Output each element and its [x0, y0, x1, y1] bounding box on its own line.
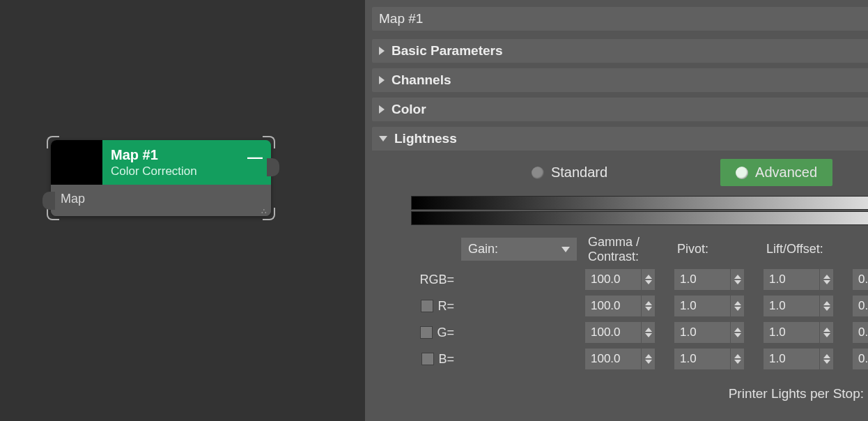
- column-lift-label: Lift/Offset:: [764, 242, 853, 257]
- spinner-down-icon[interactable]: [734, 280, 741, 284]
- gain-type-dropdown[interactable]: Gain:: [461, 238, 577, 261]
- column-gamma-label: Gamma / Contrast:: [585, 235, 674, 263]
- rollout-header-channels[interactable]: Channels: [372, 68, 868, 92]
- chevron-down-icon: [379, 136, 387, 141]
- spinner-down-icon[interactable]: [823, 307, 830, 311]
- rollout-basic-parameters: Basic Parameters: [372, 39, 868, 63]
- spinner-up-icon[interactable]: [823, 328, 830, 332]
- rollout-title: Basic Parameters: [392, 43, 503, 59]
- g-pivot-spinner[interactable]: 1.0: [764, 322, 833, 343]
- g-gain-spinner[interactable]: 100.0: [585, 322, 655, 343]
- gradient-preview-bottom: [411, 211, 868, 225]
- mode-standard-radio[interactable]: Standard: [516, 159, 623, 186]
- column-pivot-label: Pivot:: [674, 242, 764, 257]
- node-title: Map #1: [111, 147, 263, 163]
- g-lift-spinner[interactable]: 0.0: [853, 322, 868, 343]
- node-input-socket[interactable]: [42, 192, 55, 210]
- parameters-panel: Map #1 Basic Parameters Channels Color L…: [365, 0, 868, 421]
- r-label: R=: [437, 299, 454, 314]
- spinner-down-icon[interactable]: [645, 307, 652, 311]
- radio-icon: [532, 167, 544, 179]
- b-enable-checkbox[interactable]: [421, 353, 434, 365]
- mode-advanced-radio[interactable]: Advanced: [720, 159, 832, 186]
- rollout-color: Color: [372, 98, 868, 121]
- spinner-down-icon[interactable]: [645, 280, 652, 284]
- rollout-lightness: Lightness Standard Advanced: [372, 127, 868, 417]
- radio-icon: [736, 167, 748, 179]
- node-output-socket[interactable]: [267, 158, 271, 176]
- spinner-up-icon[interactable]: [645, 275, 652, 279]
- b-gamma-spinner[interactable]: 1.0: [674, 349, 744, 369]
- b-label: B=: [438, 352, 454, 367]
- rgb-lift-spinner[interactable]: 0.0: [853, 269, 868, 290]
- b-pivot-spinner[interactable]: 1.0: [764, 349, 833, 369]
- spinner-up-icon[interactable]: [645, 354, 652, 358]
- r-gain-spinner[interactable]: 100.0: [585, 296, 655, 316]
- gradient-preview-top: [411, 196, 868, 210]
- gain-dropdown-label: Gain:: [468, 242, 498, 257]
- r-pivot-spinner[interactable]: 1.0: [764, 296, 833, 316]
- spinner-up-icon[interactable]: [734, 275, 741, 279]
- lightness-body: Standard Advanced Gain: Gam: [372, 151, 868, 417]
- spinner-down-icon[interactable]: [734, 333, 741, 337]
- r-lift-spinner[interactable]: 0.0: [853, 296, 868, 316]
- panel-title: Map #1: [372, 7, 868, 31]
- rollout-title: Lightness: [394, 131, 457, 146]
- chevron-right-icon: [379, 76, 385, 84]
- chevron-right-icon: [379, 105, 385, 114]
- g-gamma-spinner[interactable]: 1.0: [674, 322, 744, 343]
- r-gamma-spinner[interactable]: 1.0: [674, 296, 744, 316]
- node-input-label: Map: [61, 192, 261, 206]
- rollout-header-lightness[interactable]: Lightness: [372, 127, 868, 151]
- b-gain-spinner[interactable]: 100.0: [585, 349, 655, 369]
- spinner-down-icon[interactable]: [645, 333, 652, 337]
- rgb-label: RGB=: [419, 273, 454, 287]
- spinner-down-icon[interactable]: [823, 360, 830, 364]
- spinner-down-icon[interactable]: [645, 360, 652, 364]
- rollout-header-basic[interactable]: Basic Parameters: [372, 39, 868, 63]
- rgb-row: RGB= 100.0 1.0 1.0 0.0: [411, 269, 868, 290]
- spinner-up-icon[interactable]: [823, 301, 830, 305]
- chevron-down-icon: [561, 247, 570, 252]
- spinner-up-icon[interactable]: [734, 301, 741, 305]
- material-node[interactable]: Map #1 Color Correction — Map ∴: [51, 140, 271, 216]
- printer-lights-label: Printer Lights per Stop:: [729, 386, 864, 401]
- mode-standard-label: Standard: [551, 164, 607, 181]
- node-collapse-button[interactable]: —: [247, 148, 263, 167]
- rollout-channels: Channels: [372, 68, 868, 92]
- rollout-title: Channels: [392, 72, 451, 88]
- node-header[interactable]: Map #1 Color Correction —: [51, 140, 271, 185]
- mode-advanced-label: Advanced: [755, 164, 817, 181]
- g-label: G=: [437, 326, 454, 340]
- spinner-down-icon[interactable]: [823, 280, 830, 284]
- node-subtitle: Color Correction: [111, 164, 263, 178]
- spinner-down-icon[interactable]: [823, 333, 830, 337]
- spinner-up-icon[interactable]: [823, 275, 830, 279]
- node-editor-canvas[interactable]: Map #1 Color Correction — Map ∴: [0, 0, 365, 421]
- spinner-up-icon[interactable]: [645, 301, 652, 305]
- chevron-right-icon: [379, 47, 385, 55]
- g-row: G= 100.0 1.0 1.0 0.0: [411, 322, 868, 343]
- node-thumbnail: [51, 140, 102, 185]
- node-resize-grip[interactable]: ∴: [261, 209, 267, 213]
- rgb-gain-spinner[interactable]: 100.0: [585, 269, 655, 290]
- rgb-gamma-spinner[interactable]: 1.0: [674, 269, 744, 290]
- r-row: R= 100.0 1.0 1.0 0.0: [411, 296, 868, 316]
- rollout-title: Color: [392, 102, 426, 117]
- r-enable-checkbox[interactable]: [421, 300, 433, 312]
- spinner-down-icon[interactable]: [734, 307, 741, 311]
- rgb-pivot-spinner[interactable]: 1.0: [764, 269, 833, 290]
- spinner-down-icon[interactable]: [734, 360, 741, 364]
- g-enable-checkbox[interactable]: [420, 326, 433, 339]
- b-lift-spinner[interactable]: 0.0: [853, 349, 868, 369]
- spinner-up-icon[interactable]: [645, 328, 652, 332]
- spinner-up-icon[interactable]: [823, 354, 830, 358]
- rollout-header-color[interactable]: Color: [372, 98, 868, 121]
- b-row: B= 100.0 1.0 1.0 0.0: [411, 349, 868, 369]
- spinner-up-icon[interactable]: [734, 354, 741, 358]
- spinner-up-icon[interactable]: [734, 328, 741, 332]
